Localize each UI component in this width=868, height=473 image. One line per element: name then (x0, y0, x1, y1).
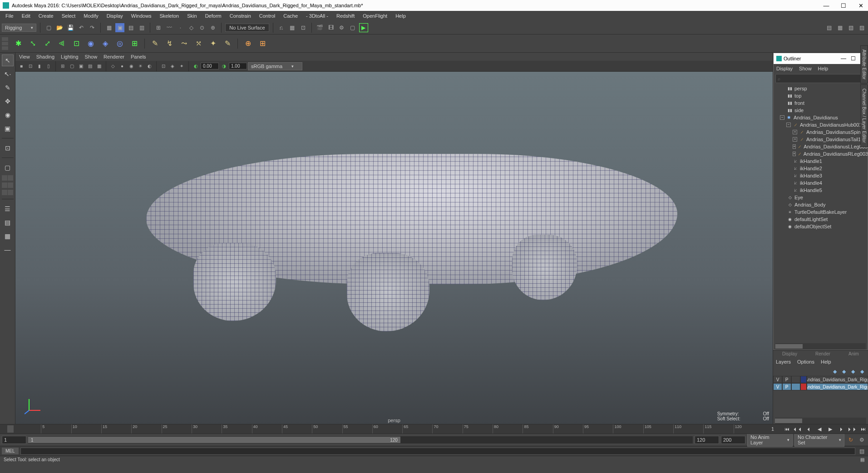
auto-key-icon[interactable]: ↻ (846, 435, 855, 444)
outliner-item-spine[interactable]: +⟋Andrias_DavidianusSpine1 (774, 128, 868, 136)
new-layer-icon[interactable]: ◆ (850, 368, 856, 374)
layer-playback-toggle[interactable]: P (782, 376, 791, 383)
menu-skeleton[interactable]: Skeleton (156, 12, 182, 20)
split-layout-icon[interactable] (2, 190, 13, 195)
menu-create[interactable]: Create (35, 12, 57, 20)
lasso-tool-icon[interactable]: ↖· (2, 68, 14, 80)
constraint-shelf-icon-2[interactable]: ⊞ (256, 37, 269, 50)
select-component-icon[interactable]: ▤ (126, 23, 135, 32)
shelf-tabs-icon[interactable] (2, 37, 8, 50)
ik-handle-shelf-icon[interactable]: ⊡ (70, 37, 83, 50)
two-pane-layout-icon[interactable] (2, 175, 13, 181)
panel-menu-view[interactable]: View (19, 54, 30, 59)
layer-visibility-toggle[interactable]: V (773, 376, 782, 383)
outliner-item-turtle[interactable]: ≡TurtleDefaultBakeLayer (774, 208, 868, 216)
range-start-input[interactable] (2, 436, 26, 444)
resolution-gate-icon[interactable]: ▣ (77, 62, 85, 70)
modeling-toolkit-toggle-icon[interactable]: ▨ (857, 23, 866, 32)
box-shelf-icon[interactable]: ◈ (99, 37, 112, 50)
ipr-render-icon[interactable]: 🎞 (326, 23, 335, 32)
outliner-item-lleg[interactable]: +⟋Andrias_DavidianusLLeg003 (774, 143, 868, 150)
outliner-item-objectset[interactable]: ◉defaultObjectSet (774, 223, 868, 230)
paint-select-tool-icon[interactable]: ✎ (2, 82, 14, 94)
outliner-item-tail[interactable]: +⟋Andrias_DavidianusTail1 (774, 136, 868, 143)
outliner-minimize-button[interactable]: — (841, 55, 846, 62)
menu-3dtoall[interactable]: - 3DtoAll - (302, 12, 332, 20)
go-to-start-icon[interactable]: ⏮ (782, 424, 792, 434)
render-settings-icon[interactable]: ⚙ (337, 23, 346, 32)
last-tool-icon[interactable]: ⊡ (2, 142, 14, 154)
exposure-input[interactable] (201, 63, 219, 69)
snap-live-icon[interactable]: ⊙ (197, 23, 207, 32)
gamma-icon[interactable]: ◑ (220, 62, 228, 70)
step-forward-icon[interactable]: ⏵ (836, 424, 846, 434)
render-current-icon[interactable]: 🎬 (316, 23, 325, 32)
redo-icon[interactable]: ↷ (88, 23, 97, 32)
constraint-shelf-icon-1[interactable]: ⊕ (242, 37, 254, 50)
textured-icon[interactable]: ◉ (127, 62, 135, 70)
single-pane-layout-icon[interactable]: ▢ (2, 162, 14, 173)
attribute-editor-toggle-icon[interactable]: ▦ (835, 23, 844, 32)
joint-tool-shelf-icon[interactable]: ✱ (12, 37, 25, 50)
bookmarks-icon[interactable]: ▮ (35, 62, 44, 70)
panel-menu-renderer[interactable]: Renderer (104, 54, 124, 59)
layer-menu-options[interactable]: Options (797, 359, 814, 365)
paint-skin-shelf-icon[interactable]: ✎ (148, 37, 161, 50)
detach-skin-shelf-icon[interactable]: ⤲ (192, 37, 205, 50)
film-gate-icon[interactable]: ▢ (68, 62, 76, 70)
outliner-item-eye[interactable]: ◇Eye (774, 194, 868, 201)
layer-menu-help[interactable]: Help (821, 359, 831, 365)
grid-toggle-icon[interactable]: ⊞ (59, 62, 67, 70)
range-end-input[interactable] (721, 436, 745, 444)
orient-joint-shelf-icon[interactable]: ⫷ (55, 37, 68, 50)
layer-visibility-toggle[interactable]: V (773, 383, 782, 390)
menu-openflight[interactable]: OpenFlight (359, 12, 391, 20)
expand-icon[interactable]: + (793, 137, 797, 142)
menuset-dropdown[interactable]: Rigging (2, 24, 36, 32)
shadows-icon[interactable]: ◐ (145, 62, 153, 70)
outliner-layout-icon[interactable]: ☰ (2, 203, 14, 215)
play-back-icon[interactable]: ◀ (814, 424, 824, 434)
layer-display-type[interactable] (791, 376, 800, 383)
outliner-item-lightset[interactable]: ◉defaultLightSet (774, 216, 868, 223)
bind-skin-shelf-icon[interactable]: ⤳ (178, 37, 190, 50)
hypershade-layout-icon[interactable]: — (2, 244, 14, 256)
layer-playback-toggle[interactable]: P (782, 383, 791, 390)
menu-skin[interactable]: Skin (183, 12, 200, 20)
gamma-input[interactable] (229, 63, 247, 69)
outliner-search-input[interactable]: ⌕ (775, 74, 866, 83)
go-to-end-icon[interactable]: ⏭ (858, 424, 868, 434)
outliner-menu-show[interactable]: Show (799, 66, 812, 71)
xray-joints-icon[interactable]: ✦ (178, 62, 186, 70)
layer-h-scrollbar[interactable] (775, 418, 866, 424)
skin-cluster-shelf-icon[interactable]: ↯ (163, 37, 176, 50)
isolate-icon[interactable]: ⊡ (159, 62, 168, 70)
rotate-tool-icon[interactable]: ◉ (2, 109, 14, 121)
outliner-item-side[interactable]: ▮▮side (774, 107, 868, 114)
gate-mask-icon[interactable]: ▤ (86, 62, 94, 70)
wireframe-icon[interactable]: ◇ (109, 62, 117, 70)
time-slider[interactable]: 5101520253035404550556065707580859095100… (0, 424, 868, 434)
step-back-icon[interactable]: ⏴ (804, 424, 814, 434)
prefs-icon[interactable]: ⚙ (857, 435, 866, 444)
safe-action-icon[interactable]: ▦ (95, 62, 103, 70)
menu-edit[interactable]: Edit (18, 12, 34, 20)
outliner-item-ik4[interactable]: ⟀ikHandle4 (774, 179, 868, 187)
light-icon[interactable]: ☀ (136, 62, 144, 70)
weight-tool-shelf-icon[interactable]: ✎ (221, 37, 234, 50)
scale-tool-icon[interactable]: ▣ (2, 123, 14, 134)
menu-windows[interactable]: Windows (128, 12, 155, 20)
save-scene-icon[interactable]: 💾 (66, 23, 75, 32)
tab-channel-box[interactable]: Channel Box / Layer Editor (860, 84, 868, 147)
step-back-key-icon[interactable]: ⏴⏴ (793, 424, 803, 434)
tab-attribute-editor[interactable]: Attribute Editor (860, 45, 868, 84)
layer-name[interactable]: Andrias_Davidianus_Dark_Rigge (807, 383, 868, 390)
outliner-item-body[interactable]: ◇Andrias_Body (774, 201, 868, 208)
show-render-view-icon[interactable]: ▢ (348, 23, 357, 32)
colorspace-dropdown[interactable]: sRGB gamma (248, 62, 302, 70)
menu-help[interactable]: Help (392, 12, 409, 20)
viewport-canvas[interactable]: persp Symmetry:Off Soft Select:Off (15, 72, 773, 424)
expand-icon[interactable]: + (793, 152, 796, 156)
minimize-button[interactable]: — (822, 2, 831, 9)
tool-settings-toggle-icon[interactable]: ▧ (846, 23, 855, 32)
